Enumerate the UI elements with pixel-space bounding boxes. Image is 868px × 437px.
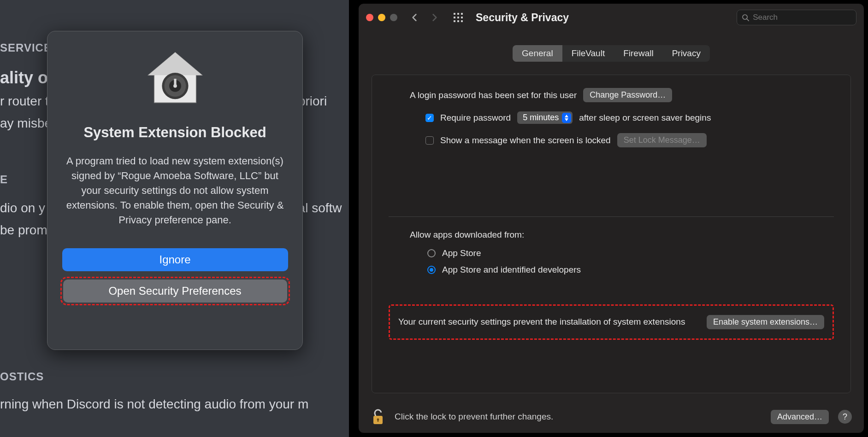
- show-all-icon[interactable]: [453, 12, 464, 23]
- advanced-button[interactable]: Advanced…: [771, 410, 829, 424]
- svg-marker-1: [148, 52, 202, 75]
- radio-identified-developers-label: App Store and identified developers: [442, 265, 581, 275]
- set-lock-message-button[interactable]: Set Lock Message…: [617, 133, 707, 147]
- enable-system-extensions-button[interactable]: Enable system extensions…: [707, 315, 824, 329]
- alert-title: System Extension Blocked: [83, 124, 266, 141]
- general-pane: A login password has been set for this u…: [372, 75, 851, 393]
- bg-text: ay misbe: [0, 112, 52, 134]
- close-window-button[interactable]: [366, 14, 373, 21]
- allow-apps-heading: Allow apps downloaded from:: [389, 230, 834, 240]
- password-delay-popup[interactable]: 5 minutes: [517, 111, 573, 124]
- bg-heading-service: SERVICE: [0, 41, 52, 54]
- lock-hint-text: Click the lock to prevent further change…: [395, 412, 553, 422]
- popup-arrows-icon: [562, 113, 571, 123]
- security-privacy-window: Security & Privacy General FileVault Fir…: [358, 3, 864, 433]
- svg-rect-15: [461, 20, 463, 22]
- window-title: Security & Privacy: [476, 12, 569, 24]
- svg-rect-14: [457, 20, 459, 22]
- open-security-preferences-button[interactable]: Open Security Preferences: [63, 280, 287, 303]
- divider: [389, 216, 834, 217]
- window-titlebar: Security & Privacy: [359, 4, 864, 31]
- lock-icon[interactable]: [371, 408, 385, 426]
- system-extensions-notice: Your current security settings prevent t…: [389, 304, 834, 340]
- minimize-window-button[interactable]: [378, 14, 385, 21]
- tab-general[interactable]: General: [513, 45, 562, 62]
- system-extension-alert: System Extension Blocked A program tried…: [47, 31, 303, 350]
- require-password-checkbox[interactable]: [425, 114, 434, 122]
- bg-text: r router t: [0, 90, 49, 112]
- svg-rect-9: [461, 13, 463, 15]
- svg-rect-7: [454, 13, 455, 15]
- zoom-window-button[interactable]: [390, 14, 397, 21]
- tab-firewall[interactable]: Firewall: [614, 45, 662, 62]
- bg-heading-e: E: [0, 173, 8, 186]
- forward-button[interactable]: [431, 13, 439, 22]
- show-message-checkbox[interactable]: [425, 136, 434, 145]
- bg-text: be prom: [0, 219, 47, 241]
- radio-app-store[interactable]: [427, 249, 436, 257]
- bg-heading-diagnostics: OSTICS: [0, 370, 44, 383]
- svg-rect-8: [457, 13, 459, 15]
- radio-identified-developers[interactable]: [427, 266, 436, 274]
- tab-privacy[interactable]: Privacy: [663, 45, 710, 62]
- system-extensions-text: Your current security settings prevent t…: [398, 316, 697, 328]
- svg-rect-10: [454, 17, 455, 18]
- require-password-label: Require password: [440, 113, 511, 123]
- bg-text: dio on y: [0, 197, 45, 219]
- search-field[interactable]: [737, 10, 856, 25]
- radio-app-store-label: App Store: [442, 248, 481, 258]
- login-password-text: A login password has been set for this u…: [410, 90, 577, 100]
- back-button[interactable]: [410, 13, 419, 22]
- search-input[interactable]: [753, 13, 851, 22]
- ignore-button[interactable]: Ignore: [62, 248, 288, 271]
- search-icon: [742, 13, 749, 22]
- svg-rect-13: [454, 20, 455, 22]
- svg-point-6: [173, 84, 177, 88]
- window-footer: Click the lock to prevent further change…: [359, 401, 864, 433]
- show-message-label: Show a message when the screen is locked: [440, 135, 611, 146]
- svg-line-17: [747, 19, 749, 21]
- bg-text: rning when Discord is not detecting audi…: [0, 393, 308, 415]
- svg-rect-11: [457, 17, 459, 18]
- svg-rect-12: [461, 17, 463, 18]
- help-button[interactable]: ?: [838, 410, 852, 424]
- change-password-button[interactable]: Change Password…: [583, 88, 672, 102]
- after-sleep-text: after sleep or screen saver begins: [579, 113, 711, 123]
- alert-body: A program tried to load new system exten…: [60, 154, 289, 227]
- security-house-icon: [145, 49, 205, 111]
- tab-bar: General FileVault Firewall Privacy: [513, 45, 710, 62]
- password-delay-value: 5 minutes: [523, 113, 559, 122]
- tab-filevault[interactable]: FileVault: [562, 45, 614, 62]
- svg-rect-21: [378, 420, 378, 422]
